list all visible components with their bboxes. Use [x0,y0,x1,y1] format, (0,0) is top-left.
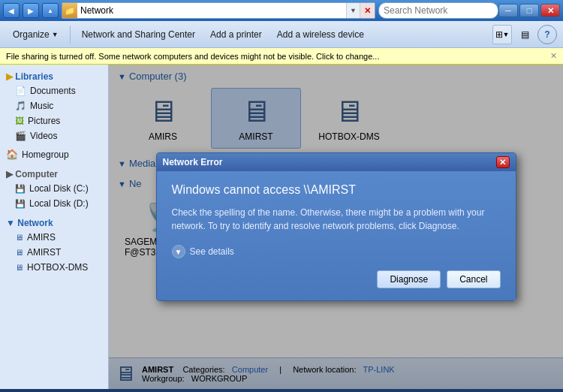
sidebar-item-amirst[interactable]: 🖥 AMIRST [0,245,108,260]
views-icon: ⊞ [495,29,503,40]
warning-message: File sharing is turned off. Some network… [6,52,380,61]
local-disk-c-label: Local Disk (C:) [29,183,89,194]
title-bar: ◀ ▶ ▲ 📁 Network ▼ ✕ 🔍 ─ □ [0,0,563,21]
amirs-icon: 🖥 [15,233,23,242]
videos-icon: 🎬 [15,131,26,141]
address-clear-button[interactable]: ✕ [360,3,375,18]
sidebar-item-music[interactable]: 🎵 Music [0,98,108,113]
dialog-close-button[interactable]: ✕ [496,156,510,168]
add-printer-label: Add a printer [210,29,262,40]
computer-label: Computer [15,169,58,179]
add-wireless-button[interactable]: Add a wireless device [270,26,371,44]
amirst-label: AMIRST [27,247,61,258]
main-layout: ▶ Libraries 📄 Documents 🎵 Music 🖼 Pictur… [0,65,563,389]
sidebar-libraries-section: ▶ Libraries 📄 Documents 🎵 Music 🖼 Pictur… [0,68,108,143]
sharing-center-label: Network and Sharing Center [82,29,195,40]
local-disk-d-label: Local Disk (D:) [29,198,89,209]
add-wireless-label: Add a wireless device [277,29,364,40]
diagnose-button[interactable]: Diagnose [377,270,441,288]
back-button[interactable]: ◀ [3,3,20,18]
homegroup-icon: 🏠 [6,149,18,160]
help-icon: ? [544,29,549,40]
sidebar: ▶ Libraries 📄 Documents 🎵 Music 🖼 Pictur… [0,65,109,389]
toolbar-separator [70,26,71,44]
amirst-icon: 🖥 [15,248,23,257]
sidebar-computer-section: ▶ Computer 💾 Local Disk (C:) 💾 Local Dis… [0,165,108,211]
hotbox-icon: 🖥 [15,263,23,272]
dialog-title-bar: Network Error ✕ [157,153,516,171]
search-bar[interactable]: 🔍 [378,2,498,19]
title-bar-left: ◀ ▶ ▲ 📁 Network ▼ ✕ 🔍 [3,2,498,19]
dialog-title: Network Error [163,157,223,167]
window-controls: ─ □ ✕ [498,4,560,17]
view-dropdown-button[interactable]: ⊞ ▼ [492,25,512,44]
sidebar-libraries-header[interactable]: ▶ Libraries [0,68,108,83]
homegroup-label: Homegroup [22,149,69,160]
address-bar[interactable]: 📁 Network ▼ ✕ [62,2,375,19]
dialog-buttons: Diagnose Cancel [172,270,501,288]
sidebar-item-local-disk-d[interactable]: 💾 Local Disk (D:) [0,196,108,211]
music-icon: 🎵 [15,101,26,111]
organize-button[interactable]: Organize ▼ [6,26,65,44]
disk-c-icon: 💾 [15,184,26,194]
warning-bar[interactable]: File sharing is turned off. Some network… [0,48,563,65]
maximize-button[interactable]: □ [519,4,539,17]
sidebar-homegroup-section: 🏠 Homegroup [0,146,108,162]
disk-d-icon: 💾 [15,199,26,209]
sidebar-item-hotbox[interactable]: 🖥 HOTBOX-DMS [0,260,108,275]
network-error-dialog: Network Error ✕ Windows cannot access \\… [156,152,516,301]
address-dropdown-arrow[interactable]: ▼ [346,3,360,18]
sidebar-item-documents[interactable]: 📄 Documents [0,83,108,98]
pictures-icon: 🖼 [15,116,24,126]
forward-button[interactable]: ▶ [23,3,39,18]
hotbox-label: HOTBOX-DMS [27,262,88,273]
music-label: Music [30,101,53,111]
warning-close-icon[interactable]: ✕ [550,51,557,61]
up-button[interactable]: ▲ [42,3,59,18]
documents-icon: 📄 [15,86,26,96]
sidebar-computer-header[interactable]: ▶ Computer [0,165,108,181]
toolbar: Organize ▼ Network and Sharing Center Ad… [0,21,563,48]
documents-label: Documents [30,86,76,96]
dialog-message: Check the spelling of the name. Otherwis… [172,206,501,233]
toolbar-right: ⊞ ▼ ▤ ? [492,25,557,44]
details-label: See details [190,246,234,257]
search-input[interactable] [384,5,496,16]
close-button[interactable]: ✕ [540,4,560,17]
pictures-label: Pictures [28,116,60,126]
dialog-body: Windows cannot access \\AMIRST Check the… [157,171,516,300]
sidebar-network-section: ▼ Network 🖥 AMIRS 🖥 AMIRST 🖥 HOTBOX-DMS [0,214,108,275]
content-area: ▼ Computer (3) 🖥 AMIRS 🖥 AMIRST 🖥 HOTBOX… [109,65,563,389]
amirs-label: AMIRS [27,232,56,243]
address-text: Network [77,5,346,16]
sharing-center-button[interactable]: Network and Sharing Center [75,26,202,44]
libraries-label: Libraries [15,71,53,82]
dialog-heading: Windows cannot access \\AMIRST [172,183,501,197]
sidebar-item-videos[interactable]: 🎬 Videos [0,128,108,143]
sidebar-item-local-disk-c[interactable]: 💾 Local Disk (C:) [0,181,108,196]
details-chevron-icon: ▼ [172,245,185,258]
address-folder-icon: 📁 [62,3,77,18]
pane-button[interactable]: ▤ [515,25,534,44]
sidebar-item-amirs[interactable]: 🖥 AMIRS [0,230,108,245]
views-arrow-icon: ▼ [503,31,510,38]
sidebar-item-pictures[interactable]: 🖼 Pictures [0,113,108,128]
add-printer-button[interactable]: Add a printer [203,26,269,44]
organize-arrow-icon: ▼ [52,31,59,38]
dialog-see-details[interactable]: ▼ See details [172,245,501,258]
sidebar-item-homegroup[interactable]: 🏠 Homegroup [0,146,108,162]
network-label: Network [17,218,53,228]
cancel-button[interactable]: Cancel [447,270,500,288]
organize-label: Organize [13,29,50,40]
dialog-overlay: Network Error ✕ Windows cannot access \\… [109,65,563,389]
minimize-button[interactable]: ─ [498,4,518,17]
videos-label: Videos [30,131,57,141]
pane-icon: ▤ [521,29,529,40]
sidebar-network-header[interactable]: ▼ Network [0,214,108,230]
help-button[interactable]: ? [537,25,557,44]
